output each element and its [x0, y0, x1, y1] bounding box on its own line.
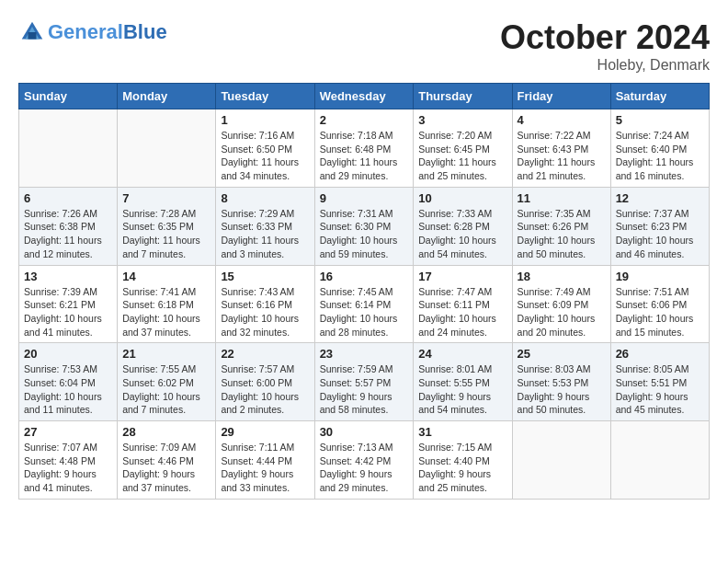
day-number: 24: [418, 347, 506, 361]
header: GeneralBlue October 2024 Holeby, Denmark: [18, 18, 710, 74]
day-number: 17: [418, 270, 506, 283]
calendar-cell: 12Sunrise: 7:37 AM Sunset: 6:23 PM Dayli…: [610, 187, 709, 265]
calendar-cell: [512, 421, 610, 500]
calendar-cell: 23Sunrise: 7:59 AM Sunset: 5:57 PM Dayli…: [314, 343, 414, 421]
day-header-thursday: Thursday: [414, 84, 512, 109]
day-number: 4: [518, 113, 606, 127]
day-info: Sunrise: 7:35 AM Sunset: 6:26 PM Dayligh…: [518, 207, 606, 261]
calendar-cell: 2Sunrise: 7:18 AM Sunset: 6:48 PM Daylig…: [314, 109, 414, 188]
calendar-cell: 19Sunrise: 7:51 AM Sunset: 6:06 PM Dayli…: [610, 265, 709, 343]
day-number: 21: [122, 347, 210, 361]
day-info: Sunrise: 7:26 AM Sunset: 6:38 PM Dayligh…: [24, 207, 112, 261]
day-number: 9: [320, 191, 409, 205]
calendar-cell: 10Sunrise: 7:33 AM Sunset: 6:28 PM Dayli…: [414, 187, 512, 265]
week-row-2: 6Sunrise: 7:26 AM Sunset: 6:38 PM Daylig…: [19, 187, 710, 265]
day-number: 1: [221, 113, 309, 127]
logo-line2: Blue: [123, 20, 167, 43]
title-area: October 2024 Holeby, Denmark: [500, 18, 710, 74]
calendar-cell: 1Sunrise: 7:16 AM Sunset: 6:50 PM Daylig…: [216, 109, 314, 188]
day-number: 2: [320, 113, 409, 127]
calendar-cell: 17Sunrise: 7:47 AM Sunset: 6:11 PM Dayli…: [414, 265, 512, 343]
day-number: 29: [221, 425, 309, 439]
day-info: Sunrise: 7:37 AM Sunset: 6:23 PM Dayligh…: [616, 207, 704, 261]
day-number: 18: [518, 270, 606, 283]
day-header-wednesday: Wednesday: [314, 84, 414, 109]
day-info: Sunrise: 7:59 AM Sunset: 5:57 PM Dayligh…: [320, 362, 409, 417]
day-header-tuesday: Tuesday: [216, 84, 314, 109]
calendar-cell: 15Sunrise: 7:43 AM Sunset: 6:16 PM Dayli…: [216, 265, 314, 343]
day-info: Sunrise: 8:05 AM Sunset: 5:51 PM Dayligh…: [616, 362, 704, 417]
day-info: Sunrise: 7:07 AM Sunset: 4:48 PM Dayligh…: [24, 441, 112, 495]
day-info: Sunrise: 7:18 AM Sunset: 6:48 PM Dayligh…: [320, 129, 409, 183]
calendar-cell: [118, 109, 216, 188]
week-row-3: 13Sunrise: 7:39 AM Sunset: 6:21 PM Dayli…: [19, 265, 710, 343]
day-info: Sunrise: 7:09 AM Sunset: 4:46 PM Dayligh…: [122, 441, 210, 495]
day-info: Sunrise: 7:22 AM Sunset: 6:43 PM Dayligh…: [518, 129, 606, 183]
day-header-saturday: Saturday: [610, 84, 709, 109]
day-header-row: SundayMondayTuesdayWednesdayThursdayFrid…: [19, 84, 710, 109]
day-info: Sunrise: 7:57 AM Sunset: 6:00 PM Dayligh…: [221, 362, 309, 417]
day-number: 19: [616, 270, 704, 283]
location: Holeby, Denmark: [500, 57, 710, 74]
month-title: October 2024: [500, 18, 710, 57]
day-number: 25: [518, 347, 606, 361]
calendar-cell: 18Sunrise: 7:49 AM Sunset: 6:09 PM Dayli…: [512, 265, 610, 343]
calendar-cell: 5Sunrise: 7:24 AM Sunset: 6:40 PM Daylig…: [610, 109, 709, 188]
day-info: Sunrise: 7:15 AM Sunset: 4:40 PM Dayligh…: [418, 441, 506, 495]
week-row-5: 27Sunrise: 7:07 AM Sunset: 4:48 PM Dayli…: [19, 421, 710, 500]
calendar-cell: 30Sunrise: 7:13 AM Sunset: 4:42 PM Dayli…: [314, 421, 414, 500]
day-number: 5: [616, 113, 704, 127]
logo: GeneralBlue: [18, 18, 167, 46]
calendar-cell: 29Sunrise: 7:11 AM Sunset: 4:44 PM Dayli…: [216, 421, 314, 500]
calendar-cell: [19, 109, 118, 188]
day-info: Sunrise: 7:24 AM Sunset: 6:40 PM Dayligh…: [616, 129, 704, 183]
day-info: Sunrise: 7:11 AM Sunset: 4:44 PM Dayligh…: [221, 441, 309, 495]
day-number: 16: [320, 270, 409, 283]
logo-line1: General: [48, 20, 123, 43]
day-info: Sunrise: 7:51 AM Sunset: 6:06 PM Dayligh…: [616, 285, 704, 339]
calendar-cell: 14Sunrise: 7:41 AM Sunset: 6:18 PM Dayli…: [118, 265, 216, 343]
day-info: Sunrise: 7:47 AM Sunset: 6:11 PM Dayligh…: [418, 285, 506, 339]
day-number: 15: [221, 270, 309, 283]
day-info: Sunrise: 7:29 AM Sunset: 6:33 PM Dayligh…: [221, 207, 309, 261]
calendar-cell: 28Sunrise: 7:09 AM Sunset: 4:46 PM Dayli…: [118, 421, 216, 500]
week-row-4: 20Sunrise: 7:53 AM Sunset: 6:04 PM Dayli…: [19, 343, 710, 421]
day-number: 3: [418, 113, 506, 127]
week-row-1: 1Sunrise: 7:16 AM Sunset: 6:50 PM Daylig…: [19, 109, 710, 188]
day-info: Sunrise: 7:41 AM Sunset: 6:18 PM Dayligh…: [122, 285, 210, 339]
day-number: 28: [122, 425, 210, 439]
day-number: 6: [24, 191, 112, 205]
day-info: Sunrise: 7:43 AM Sunset: 6:16 PM Dayligh…: [221, 285, 309, 339]
day-info: Sunrise: 7:49 AM Sunset: 6:09 PM Dayligh…: [518, 285, 606, 339]
calendar-cell: 21Sunrise: 7:55 AM Sunset: 6:02 PM Dayli…: [118, 343, 216, 421]
calendar-cell: 6Sunrise: 7:26 AM Sunset: 6:38 PM Daylig…: [19, 187, 118, 265]
day-number: 30: [320, 425, 409, 439]
day-number: 31: [418, 425, 506, 439]
day-info: Sunrise: 7:28 AM Sunset: 6:35 PM Dayligh…: [122, 207, 210, 261]
day-number: 8: [221, 191, 309, 205]
day-header-friday: Friday: [512, 84, 610, 109]
day-info: Sunrise: 7:13 AM Sunset: 4:42 PM Dayligh…: [320, 441, 409, 495]
calendar-cell: 16Sunrise: 7:45 AM Sunset: 6:14 PM Dayli…: [314, 265, 414, 343]
day-number: 20: [24, 347, 112, 361]
svg-rect-2: [28, 32, 37, 40]
calendar-cell: 3Sunrise: 7:20 AM Sunset: 6:45 PM Daylig…: [414, 109, 512, 188]
day-number: 7: [122, 191, 210, 205]
day-info: Sunrise: 7:55 AM Sunset: 6:02 PM Dayligh…: [122, 362, 210, 417]
day-info: Sunrise: 7:33 AM Sunset: 6:28 PM Dayligh…: [418, 207, 506, 261]
calendar-cell: 4Sunrise: 7:22 AM Sunset: 6:43 PM Daylig…: [512, 109, 610, 188]
logo-icon: [18, 18, 46, 46]
day-info: Sunrise: 8:01 AM Sunset: 5:55 PM Dayligh…: [418, 362, 506, 417]
calendar-table: SundayMondayTuesdayWednesdayThursdayFrid…: [18, 83, 710, 500]
day-info: Sunrise: 7:45 AM Sunset: 6:14 PM Dayligh…: [320, 285, 409, 339]
day-number: 23: [320, 347, 409, 361]
calendar-cell: 26Sunrise: 8:05 AM Sunset: 5:51 PM Dayli…: [610, 343, 709, 421]
day-number: 26: [616, 347, 704, 361]
day-number: 12: [616, 191, 704, 205]
day-number: 22: [221, 347, 309, 361]
calendar-cell: 27Sunrise: 7:07 AM Sunset: 4:48 PM Dayli…: [19, 421, 118, 500]
calendar-cell: [610, 421, 709, 500]
calendar-cell: 31Sunrise: 7:15 AM Sunset: 4:40 PM Dayli…: [414, 421, 512, 500]
calendar-cell: 25Sunrise: 8:03 AM Sunset: 5:53 PM Dayli…: [512, 343, 610, 421]
calendar-cell: 8Sunrise: 7:29 AM Sunset: 6:33 PM Daylig…: [216, 187, 314, 265]
